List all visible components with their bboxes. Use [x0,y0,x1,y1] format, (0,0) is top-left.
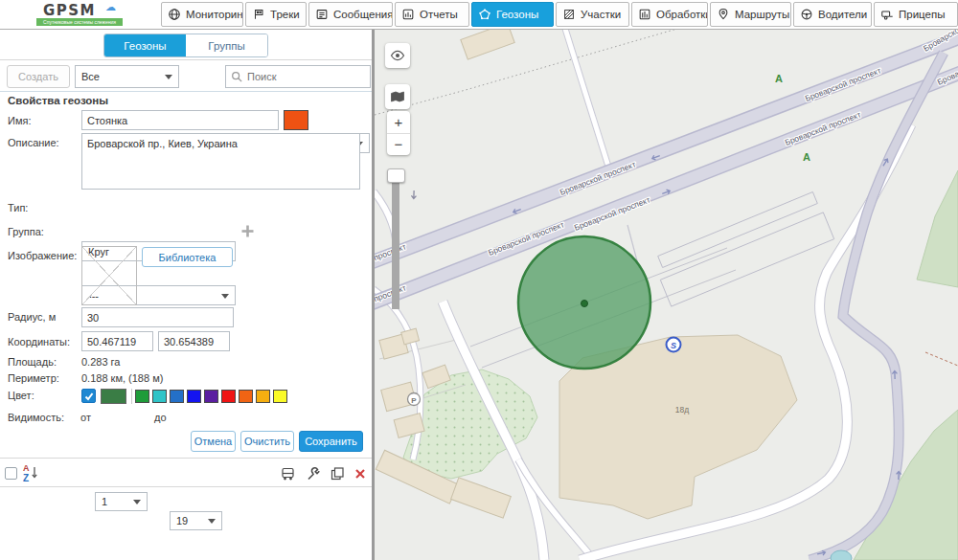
trailers-icon [880,8,894,21]
zoom-in-button[interactable]: + [387,111,410,134]
svg-text:A: A [23,463,30,473]
visibility-from-value: 1 [102,496,107,507]
visibility-label: Видимость: [8,412,64,423]
radius-label: Радиус, м [8,311,56,323]
visibility-from-dropdown[interactable]: 1 [95,492,148,511]
geozone-panel: Геозоны Группы Создать Все Свойства геоз… [0,29,372,560]
tab-groups-list[interactable]: Группы [186,34,267,56]
tab-drivers[interactable]: Водители [793,2,872,27]
show-units-icon[interactable] [280,466,296,482]
palette-swatch[interactable] [221,390,236,403]
routes-icon [717,8,730,21]
library-button[interactable]: Библиотека [142,247,233,267]
visibility-eye-button[interactable] [385,43,410,68]
perimeter-value: 0.188 км, (188 м) [81,372,163,384]
svg-text:P: P [411,396,417,405]
form-title: Свойства геозоны [8,95,108,106]
drivers-icon [800,8,813,21]
search-icon [231,71,242,82]
tab-tracks[interactable]: Треки [245,2,307,27]
tab-geozones-list[interactable]: Геозоны [104,34,186,56]
image-placeholder[interactable] [81,246,137,305]
tab-label: Геозоны [496,9,538,20]
name-label: Имя: [8,115,31,126]
type-label: Тип: [8,202,28,213]
metro-icon: S [667,338,681,352]
area-label: Площадь: [8,356,57,368]
select-all-checkbox[interactable] [5,467,17,480]
color-checkbox[interactable] [81,389,96,403]
panel-map-divider[interactable] [372,29,375,560]
tab-messages[interactable]: Сообщения [308,2,393,27]
clear-button[interactable]: Очистить [240,431,294,452]
tab-label: Отчеты [420,9,458,20]
tools-icon[interactable] [306,466,321,482]
tab-label: Сообщения [333,9,393,20]
delete-icon[interactable] [354,467,367,481]
palette-swatch[interactable] [187,390,201,403]
radius-input[interactable] [81,307,234,327]
folded-map-icon [390,89,405,104]
tab-label: Маршруты [735,9,789,20]
copy-icon[interactable] [330,466,345,482]
map-canvas[interactable]: Броварской проспект Броварской проспект … [375,29,958,560]
cloud-icon: ☁ [105,1,116,13]
description-textarea[interactable]: Броварской пр., Киев, Украина [81,133,360,190]
eye-icon [390,48,405,63]
building-label: 18д [675,405,689,414]
tab-label: Обработки [656,9,708,20]
tab-geozones[interactable]: Геозоны [471,2,554,27]
create-button[interactable]: Создать [7,65,70,88]
filter-dropdown[interactable]: Все [75,65,179,88]
tab-label: Треки [270,9,300,20]
cancel-button[interactable]: Отмена [191,431,236,452]
app-window: GPSM ☁ Спутниковые системы слежения Мони… [0,0,958,560]
palette-swatch[interactable] [256,390,270,403]
logo-text: GPSM [43,2,96,19]
sort-az-icon[interactable]: A Z [22,462,39,483]
palette-swatch[interactable] [170,390,184,403]
tracks-icon [252,8,265,21]
main-nav: Мониторинг Треки Сообщения Отчеты Геозон… [160,0,958,29]
bus-stop-marker: A [775,73,783,84]
reports-icon [401,8,415,21]
tab-monitoring[interactable]: Мониторинг [161,2,243,27]
visibility-to-value: 19 [176,515,188,526]
palette-swatch[interactable] [204,390,218,403]
visibility-to-dropdown[interactable]: 19 [170,511,222,530]
latitude-input[interactable] [81,331,153,351]
tab-areas[interactable]: Участки [556,2,629,27]
globe-icon [168,8,181,21]
tab-processing[interactable]: Обработки [631,2,708,27]
map-layers-button[interactable] [385,84,410,109]
palette-swatch[interactable] [152,390,167,403]
zoom-out-button[interactable]: − [387,134,410,156]
parking-icon: P [408,393,421,406]
svg-text:Z: Z [23,473,29,483]
areas-icon [562,8,576,21]
add-group-icon[interactable] [240,224,255,238]
zoom-slider-knob[interactable] [387,168,405,183]
perimeter-label: Периметр: [8,372,59,384]
svg-text:S: S [671,341,676,350]
tab-reports[interactable]: Отчеты [395,2,469,27]
palette-swatch[interactable] [273,390,287,403]
tab-label: Мониторинг [186,9,243,20]
longitude-input[interactable] [158,331,230,351]
tab-label: Прицепы [899,9,945,20]
tab-label: Водители [818,9,867,20]
to-label: до [154,412,167,423]
tab-trailers[interactable]: Прицепы [874,2,958,27]
palette-swatch[interactable] [135,390,149,403]
tab-routes[interactable]: Маршруты [710,2,791,27]
zoom-slider-track[interactable] [392,180,399,309]
current-color-swatch[interactable] [101,389,126,404]
search-input[interactable] [225,65,371,88]
palette-swatch[interactable] [239,390,253,403]
name-input[interactable] [81,110,279,130]
save-button[interactable]: Сохранить [299,431,363,452]
from-label: от [80,412,91,423]
name-color-swatch[interactable] [284,110,308,130]
geozones-icon [478,8,491,21]
map: Броварской проспект Броварской проспект … [375,29,958,560]
